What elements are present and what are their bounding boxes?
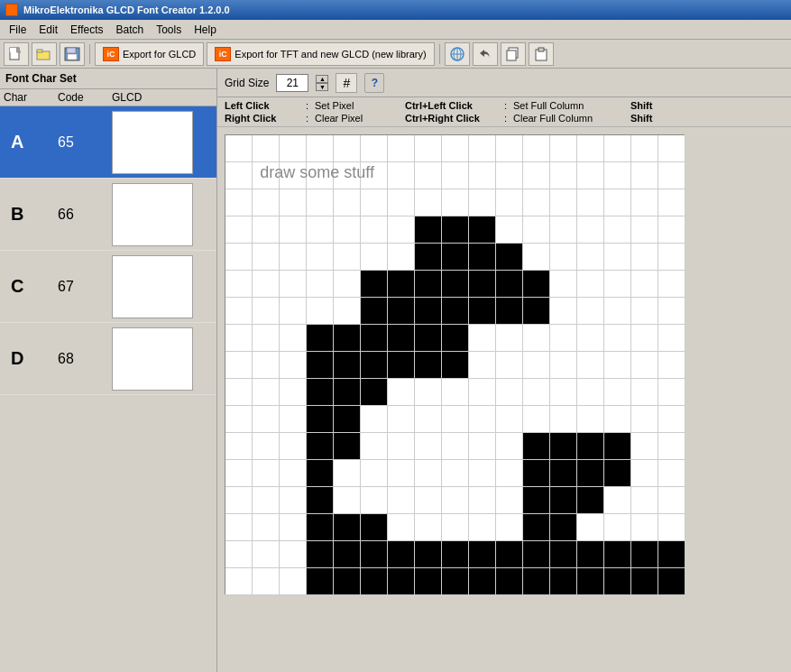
pixel-cell[interactable] [469,514,496,541]
pixel-cell[interactable] [361,244,388,271]
pixel-cell[interactable] [550,460,577,487]
pixel-cell[interactable] [658,135,685,162]
pixel-cell[interactable] [280,216,307,244]
pixel-cell[interactable] [280,244,307,271]
pixel-cell[interactable] [415,460,442,487]
pixel-cell[interactable] [415,433,442,460]
export-glcd-button[interactable]: iC Export for GLCD [95,42,204,66]
pixel-cell[interactable] [388,189,415,216]
pixel-cell[interactable] [631,379,658,406]
pixel-cell[interactable] [388,325,415,352]
grid-size-input[interactable] [276,74,308,92]
pixel-cell[interactable] [253,541,280,568]
pixel-cell[interactable] [388,487,415,514]
pixel-cell[interactable] [550,162,577,189]
pixel-cell[interactable] [388,271,415,298]
pixel-cell[interactable] [496,189,523,216]
pixel-cell[interactable] [604,460,631,487]
pixel-cell[interactable] [577,406,604,433]
pixel-cell[interactable] [280,162,307,189]
pixel-cell[interactable] [334,352,361,379]
pixel-cell[interactable] [550,189,577,216]
pixel-cell[interactable] [469,568,496,595]
menu-tools[interactable]: Tools [151,22,187,38]
pixel-cell[interactable] [334,325,361,352]
pixel-cell[interactable] [388,541,415,568]
pixel-cell[interactable] [334,406,361,433]
pixel-cell[interactable] [225,162,253,189]
pixel-cell[interactable] [496,135,523,162]
pixel-cell[interactable] [388,406,415,433]
pixel-cell[interactable] [307,298,334,325]
pixel-cell[interactable] [361,189,388,216]
pixel-cell[interactable] [523,379,550,406]
pixel-cell[interactable] [225,189,253,216]
pixel-cell[interactable] [334,568,361,595]
pixel-cell[interactable] [415,379,442,406]
pixel-cell[interactable] [577,487,604,514]
pixel-cell[interactable] [658,216,685,244]
pixel-cell[interactable] [604,271,631,298]
pixel-cell[interactable] [550,514,577,541]
pixel-cell[interactable] [361,271,388,298]
pixel-cell[interactable] [388,298,415,325]
pixel-cell[interactable] [415,514,442,541]
pixel-cell[interactable] [442,406,469,433]
pixel-cell[interactable] [361,352,388,379]
help-button[interactable]: ? [364,73,384,93]
pixel-cell[interactable] [658,352,685,379]
pixel-cell[interactable] [496,514,523,541]
pixel-cell[interactable] [469,244,496,271]
pixel-cell[interactable] [361,514,388,541]
pixel-cell[interactable] [253,298,280,325]
pixel-cell[interactable] [280,568,307,595]
pixel-cell[interactable] [523,325,550,352]
pixel-cell[interactable] [496,162,523,189]
pixel-cell[interactable] [658,487,685,514]
pixel-cell[interactable] [496,379,523,406]
pixel-cell[interactable] [280,514,307,541]
pixel-cell[interactable] [550,568,577,595]
pixel-cell[interactable] [577,244,604,271]
pixel-cell[interactable] [577,514,604,541]
pixel-cell[interactable] [658,541,685,568]
pixel-cell[interactable] [442,135,469,162]
pixel-cell[interactable] [550,541,577,568]
pixel-cell[interactable] [550,135,577,162]
pixel-cell[interactable] [631,352,658,379]
pixel-cell[interactable] [631,568,658,595]
pixel-cell[interactable] [361,568,388,595]
pixel-cell[interactable] [496,298,523,325]
pixel-cell[interactable] [658,271,685,298]
pixel-cell[interactable] [307,189,334,216]
pixel-cell[interactable] [415,568,442,595]
pixel-cell[interactable] [658,162,685,189]
pixel-cell[interactable] [388,352,415,379]
pixel-cell[interactable] [577,298,604,325]
pixel-cell[interactable] [469,379,496,406]
pixel-cell[interactable] [469,541,496,568]
pixel-cell[interactable] [577,135,604,162]
pixel-cell[interactable] [577,216,604,244]
pixel-cell[interactable] [550,352,577,379]
open-button[interactable] [32,42,57,66]
pixel-cell[interactable] [280,298,307,325]
pixel-cell[interactable] [307,271,334,298]
pixel-cell[interactable] [631,487,658,514]
pixel-cell[interactable] [658,189,685,216]
menu-help[interactable]: Help [189,22,222,38]
pixel-cell[interactable] [496,487,523,514]
pixel-cell[interactable] [496,460,523,487]
menu-batch[interactable]: Batch [111,22,150,38]
pixel-cell[interactable] [577,189,604,216]
pixel-grid[interactable]: draw some stuff [225,134,685,594]
pixel-cell[interactable] [253,189,280,216]
pixel-cell[interactable] [496,406,523,433]
pixel-cell[interactable] [280,379,307,406]
pixel-cell[interactable] [442,541,469,568]
pixel-cell[interactable] [577,433,604,460]
pixel-cell[interactable] [496,568,523,595]
pixel-cell[interactable] [307,460,334,487]
pixel-cell[interactable] [280,271,307,298]
pixel-cell[interactable] [415,271,442,298]
